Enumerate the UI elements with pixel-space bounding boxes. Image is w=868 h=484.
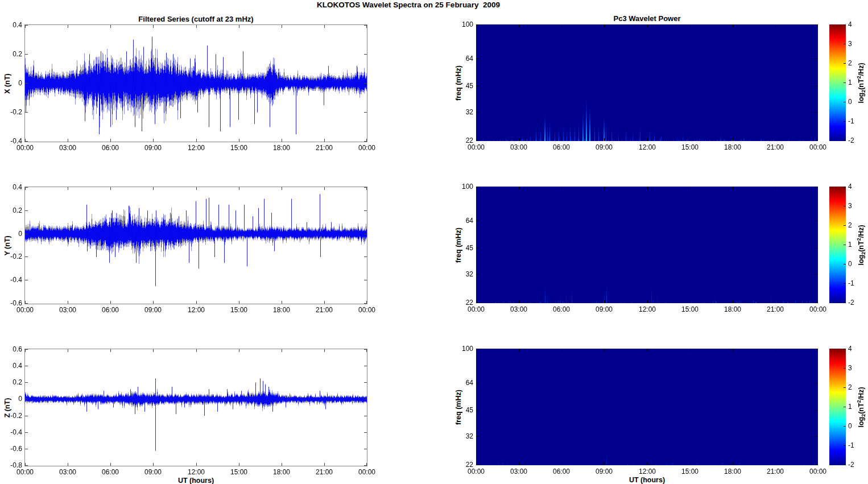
x-tick-label: 21:00 <box>312 468 337 476</box>
colorbar-tick-label: 4 <box>848 345 852 352</box>
colorbar-tick-label: 0 <box>848 260 852 267</box>
x-tickmark <box>196 463 197 466</box>
x-tickmark <box>366 139 367 142</box>
x-tickmark-top <box>817 187 818 189</box>
x-tick-label: 06:00 <box>549 468 574 475</box>
x-tickmark <box>196 139 197 142</box>
x-tickmark-top <box>817 349 818 351</box>
colorbar-tickmark <box>844 24 846 25</box>
x-tickmark <box>110 301 111 304</box>
x-series-plot <box>25 25 367 142</box>
x-tick-label: 00:00 <box>805 468 830 475</box>
colorbar-tick-label: 3 <box>848 365 852 371</box>
x-tickmark <box>476 138 477 141</box>
x-tickmark <box>647 462 648 465</box>
x-tick-label: 21:00 <box>763 468 788 475</box>
colorbar-tickmark <box>844 387 846 388</box>
y-tick-label: -0.2 <box>0 412 22 419</box>
y-tick-label: 0 <box>0 230 22 237</box>
y-tick-label: -0.4 <box>0 429 22 436</box>
x-tickmark <box>817 462 818 465</box>
x-tickmark <box>366 463 367 466</box>
y-tickmark <box>25 280 28 280</box>
x-tickmark-top <box>110 25 111 28</box>
x-tickmark <box>68 139 68 142</box>
colorbar-x: 43210-1-2log2(nT2/Hz) <box>829 24 846 141</box>
x-tick-label: 03:00 <box>506 468 531 475</box>
y-tickmark <box>25 432 28 433</box>
x-tick-label: 00:00 <box>464 143 489 151</box>
y-tick-label: -0.2 <box>0 253 22 260</box>
x-tickmark <box>604 462 605 465</box>
x-tick-label: 18:00 <box>269 144 294 152</box>
colorbar-tickmark <box>844 82 846 83</box>
y-tickmark <box>476 112 479 113</box>
y-tick-label: 32 <box>450 109 473 115</box>
x-tickmark <box>775 462 776 465</box>
z-series-plot <box>25 349 367 466</box>
x-tickmark-top <box>647 24 648 27</box>
x-tickmark <box>282 139 282 142</box>
y-tickmark-right <box>815 221 818 221</box>
z-series-panel: Z (nT) UT (hours) 0.60.40.20-0.2-0.4-0.6… <box>24 349 367 466</box>
y-tickmark-right <box>364 83 367 84</box>
y-tickmark <box>476 221 479 221</box>
y-tickmark <box>25 382 28 383</box>
colorbar-tick-label: 1 <box>848 79 852 86</box>
x-tickmark-top <box>775 24 776 27</box>
y-tickmark-right <box>364 449 367 449</box>
x-tickmark <box>476 300 477 303</box>
colorbar-tickmark <box>844 465 846 465</box>
x-tickmark <box>519 138 519 141</box>
x-tickmark <box>647 138 648 141</box>
x-tick-label: 21:00 <box>763 305 788 313</box>
x-series-panel: Filtered Series (cutoff at 23 mHz) X (nT… <box>24 24 367 142</box>
x-tickmark <box>775 138 776 141</box>
x-tick-label: 03:00 <box>506 305 531 313</box>
y-tick-label: 0.6 <box>0 346 22 353</box>
colorbar-tick-label: 3 <box>848 40 852 47</box>
colorbar-tick-label: 2 <box>848 222 852 229</box>
y-tickmark-right <box>815 112 818 113</box>
x-tick-label: 00:00 <box>13 468 38 476</box>
colorbar-tickmark <box>844 445 846 446</box>
x-tickmark <box>282 463 282 466</box>
colorbar-tickmark <box>844 206 846 206</box>
x-tickmark <box>733 462 733 465</box>
y-tickmark <box>476 248 479 249</box>
y-tickmark-right <box>815 59 818 59</box>
y-tickmark <box>476 86 479 86</box>
colorbar-y: 43210-1-2log2(nT2/Hz) <box>829 187 846 303</box>
y-tick-label: 45 <box>450 407 473 413</box>
x-tick-label: 00:00 <box>13 306 38 314</box>
x-tickmark <box>561 138 562 141</box>
x-tickmark-top <box>239 349 239 352</box>
x-tick-label: 18:00 <box>720 305 745 313</box>
x-tickmark <box>561 300 562 303</box>
colorbar-tickmark <box>844 264 846 264</box>
colorbar-tick-label: 1 <box>848 403 852 410</box>
y-tick-label: 0.4 <box>0 362 22 369</box>
colorbar-z: 43210-1-2log2(nT2/Hz) <box>829 349 846 465</box>
colorbar-tick-label: -1 <box>848 442 854 449</box>
x-tickmark <box>647 300 648 303</box>
x-tickmark-top <box>282 25 282 28</box>
y-tickmark <box>25 83 28 84</box>
x-tickmark-top <box>366 349 367 352</box>
x-tickmark-top <box>324 187 325 190</box>
x-tick-label: 00:00 <box>354 468 379 476</box>
x-tickmark <box>153 463 154 466</box>
x-tickmark-top <box>25 349 26 352</box>
x-tickmark-top <box>476 349 477 351</box>
x-tickmark-top <box>561 187 562 189</box>
x-tick-label: 09:00 <box>592 468 617 475</box>
x-tick-label: 21:00 <box>312 306 337 314</box>
x-tick-label: 09:00 <box>140 468 166 476</box>
x-tickmark-top <box>239 187 239 190</box>
x-tick-label: 06:00 <box>549 305 574 313</box>
x-tick-label: 06:00 <box>98 306 123 314</box>
x-tick-label: 09:00 <box>592 305 617 313</box>
x-tickmark <box>153 139 154 142</box>
x-tickmark-top <box>153 187 154 190</box>
x-tickmark <box>476 462 477 465</box>
